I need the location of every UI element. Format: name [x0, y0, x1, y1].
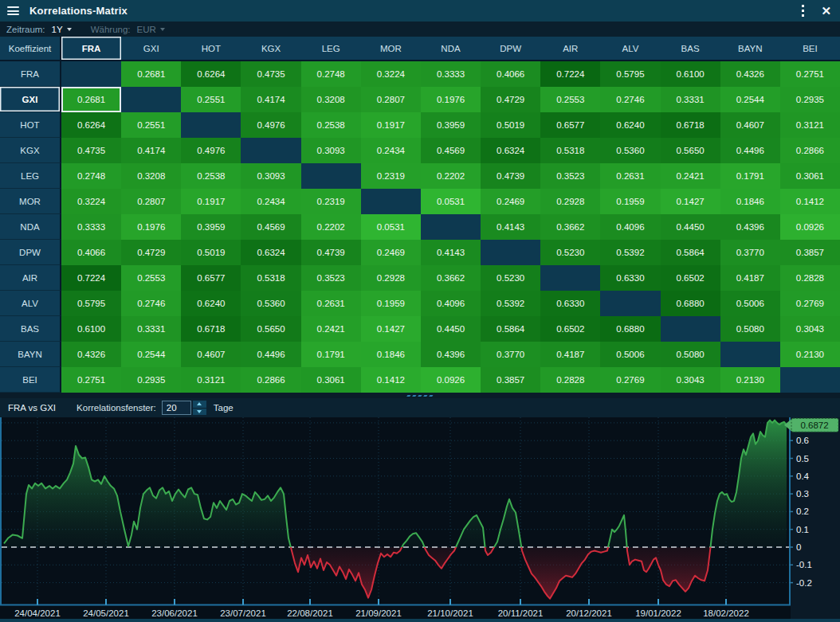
matrix-cell-ALV-NDA[interactable]: 0.4096	[421, 291, 481, 316]
matrix-cell-BEI-KGX[interactable]: 0.2866	[241, 367, 300, 393]
matrix-cell-ALV-GXI[interactable]: 0.2746	[121, 291, 181, 316]
matrix-cell-DPW-BEI[interactable]: 0.3857	[780, 240, 840, 265]
matrix-cell-KGX-BEI[interactable]: 0.2866	[780, 138, 840, 163]
matrix-cell-FRA-HOT[interactable]: 0.6264	[181, 61, 241, 87]
matrix-cell-AIR-NDA[interactable]: 0.3662	[421, 265, 481, 291]
matrix-cell-BEI-BAS[interactable]: 0.3043	[661, 367, 720, 393]
matrix-cell-BAS-BAYN[interactable]: 0.5080	[720, 316, 780, 342]
matrix-cell-NDA-FRA[interactable]: 0.3333	[61, 214, 121, 240]
matrix-cell-NDA-BAS[interactable]: 0.4450	[661, 214, 720, 240]
matrix-cell-MOR-BAS[interactable]: 0.1427	[661, 189, 720, 214]
matrix-cell-FRA-AIR[interactable]: 0.7224	[540, 61, 600, 87]
matrix-cell-GXI-NDA[interactable]: 0.1976	[421, 87, 481, 112]
matrix-cell-HOT-KGX[interactable]: 0.4976	[241, 112, 300, 138]
matrix-cell-AIR-FRA[interactable]: 0.7224	[61, 265, 121, 291]
matrix-cell-LEG-BAYN[interactable]: 0.1791	[720, 163, 780, 189]
matrix-cell-LEG-AIR[interactable]: 0.3523	[540, 163, 600, 189]
matrix-cell-MOR-AIR[interactable]: 0.2928	[540, 189, 600, 214]
correlation-chart[interactable]: 24/04/202124/05/202123/06/202123/07/2021…	[0, 417, 840, 622]
matrix-cell-MOR-ALV[interactable]: 0.1959	[600, 189, 660, 214]
matrix-cell-HOT-NDA[interactable]: 0.3959	[421, 112, 481, 138]
matrix-cell-NDA-MOR[interactable]: 0.0531	[361, 214, 421, 240]
matrix-cell-BEI-ALV[interactable]: 0.2769	[600, 367, 660, 393]
matrix-cell-BAYN-NDA[interactable]: 0.4396	[421, 342, 481, 367]
matrix-cell-FRA-KGX[interactable]: 0.4735	[241, 61, 300, 87]
matrix-cell-FRA-DPW[interactable]: 0.4066	[481, 61, 540, 87]
matrix-cell-GXI-DPW[interactable]: 0.4729	[481, 87, 540, 112]
matrix-cell-NDA-ALV[interactable]: 0.4096	[600, 214, 660, 240]
matrix-cell-ALV-DPW[interactable]: 0.5392	[481, 291, 540, 316]
close-icon[interactable]: ✕	[821, 5, 831, 17]
row-label-ALV[interactable]: ALV	[0, 291, 61, 316]
matrix-cell-ALV-FRA[interactable]: 0.5795	[61, 291, 121, 316]
matrix-cell-BAYN-AIR[interactable]: 0.4187	[540, 342, 600, 367]
matrix-cell-LEG-FRA[interactable]: 0.2748	[61, 163, 121, 189]
column-header-MOR[interactable]: MOR	[361, 37, 421, 61]
matrix-cell-LEG-MOR[interactable]: 0.2319	[361, 163, 421, 189]
column-header-ALV[interactable]: ALV	[600, 37, 660, 61]
matrix-cell-BAYN-BAS[interactable]: 0.5080	[661, 342, 720, 367]
matrix-cell-HOT-LEG[interactable]: 0.2538	[301, 112, 361, 138]
matrix-cell-KGX-FRA[interactable]: 0.4735	[61, 138, 121, 163]
matrix-cell-HOT-MOR[interactable]: 0.1917	[361, 112, 421, 138]
matrix-cell-LEG-ALV[interactable]: 0.2631	[600, 163, 660, 189]
matrix-cell-DPW-AIR[interactable]: 0.5230	[540, 240, 600, 265]
matrix-cell-GXI-MOR[interactable]: 0.2807	[361, 87, 421, 112]
matrix-cell-LEG-KGX[interactable]: 0.3093	[241, 163, 300, 189]
row-label-FRA[interactable]: FRA	[0, 61, 61, 87]
matrix-cell-HOT-ALV[interactable]: 0.6240	[600, 112, 660, 138]
matrix-cell-NDA-DPW[interactable]: 0.4143	[481, 214, 540, 240]
matrix-cell-MOR-BEI[interactable]: 0.1412	[780, 189, 840, 214]
row-label-HOT[interactable]: HOT	[0, 112, 61, 138]
matrix-cell-GXI-FRA[interactable]: 0.2681	[61, 87, 121, 112]
matrix-cell-BAYN-LEG[interactable]: 0.1791	[301, 342, 361, 367]
matrix-cell-LEG-BEI[interactable]: 0.3061	[780, 163, 840, 189]
matrix-cell-ALV-KGX[interactable]: 0.5360	[241, 291, 300, 316]
matrix-cell-HOT-FRA[interactable]: 0.6264	[61, 112, 121, 138]
matrix-cell-GXI-BAS[interactable]: 0.3331	[661, 87, 720, 112]
matrix-cell-BEI-AIR[interactable]: 0.2828	[540, 367, 600, 393]
matrix-cell-HOT-BAYN[interactable]: 0.4607	[720, 112, 780, 138]
matrix-cell-DPW-BAYN[interactable]: 0.3770	[720, 240, 780, 265]
matrix-cell-LEG-DPW[interactable]: 0.4739	[481, 163, 540, 189]
column-header-BEI[interactable]: BEI	[780, 37, 840, 61]
matrix-cell-BAS-ALV[interactable]: 0.6880	[600, 316, 660, 342]
column-header-LEG[interactable]: LEG	[301, 37, 361, 61]
matrix-cell-ALV-BAYN[interactable]: 0.5006	[720, 291, 780, 316]
row-label-DPW[interactable]: DPW	[0, 240, 61, 265]
matrix-cell-ALV-HOT[interactable]: 0.6240	[181, 291, 241, 316]
matrix-cell-MOR-GXI[interactable]: 0.2807	[121, 189, 181, 214]
matrix-cell-BAYN-BEI[interactable]: 0.2130	[780, 342, 840, 367]
row-label-NDA[interactable]: NDA	[0, 214, 61, 240]
hamburger-menu-icon[interactable]	[7, 6, 19, 15]
matrix-cell-KGX-BAS[interactable]: 0.5650	[661, 138, 720, 163]
matrix-cell-NDA-BAYN[interactable]: 0.4396	[720, 214, 780, 240]
matrix-cell-BAYN-GXI[interactable]: 0.2544	[121, 342, 181, 367]
matrix-cell-BAS-KGX[interactable]: 0.5650	[241, 316, 300, 342]
matrix-cell-BAYN-DPW[interactable]: 0.3770	[481, 342, 540, 367]
row-label-GXI[interactable]: GXI	[0, 87, 61, 112]
matrix-cell-BEI-MOR[interactable]: 0.1412	[361, 367, 421, 393]
matrix-cell-KGX-LEG[interactable]: 0.3093	[301, 138, 361, 163]
column-header-GXI[interactable]: GXI	[121, 37, 181, 61]
matrix-cell-AIR-ALV[interactable]: 0.6330	[600, 265, 660, 291]
matrix-cell-LEG-BAS[interactable]: 0.2421	[661, 163, 720, 189]
matrix-cell-ALV-BAS[interactable]: 0.6880	[661, 291, 720, 316]
matrix-cell-BEI-LEG[interactable]: 0.3061	[301, 367, 361, 393]
matrix-cell-BAS-NDA[interactable]: 0.4450	[421, 316, 481, 342]
matrix-cell-GXI-HOT[interactable]: 0.2551	[181, 87, 241, 112]
zeitraum-select[interactable]: 1Y	[52, 25, 72, 34]
stepper-down-button[interactable]	[193, 409, 206, 416]
matrix-cell-NDA-GXI[interactable]: 0.1976	[121, 214, 181, 240]
matrix-cell-NDA-KGX[interactable]: 0.4569	[241, 214, 300, 240]
matrix-cell-MOR-FRA[interactable]: 0.3224	[61, 189, 121, 214]
matrix-cell-ALV-MOR[interactable]: 0.1959	[361, 291, 421, 316]
matrix-cell-BAS-FRA[interactable]: 0.6100	[61, 316, 121, 342]
matrix-cell-MOR-KGX[interactable]: 0.2434	[241, 189, 300, 214]
window-size-input[interactable]	[162, 401, 191, 415]
matrix-cell-MOR-HOT[interactable]: 0.1917	[181, 189, 241, 214]
column-header-FRA[interactable]: FRA	[61, 37, 121, 61]
matrix-cell-FRA-BAYN[interactable]: 0.4326	[720, 61, 780, 87]
matrix-cell-FRA-BEI[interactable]: 0.2751	[780, 61, 840, 87]
matrix-cell-DPW-LEG[interactable]: 0.4739	[301, 240, 361, 265]
